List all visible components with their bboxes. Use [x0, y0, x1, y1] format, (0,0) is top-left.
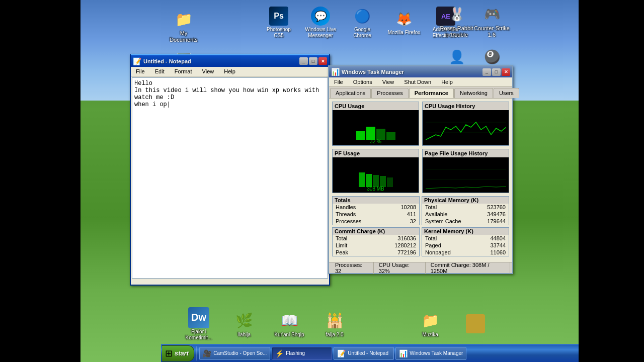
notepad-menu-format[interactable]: Format	[172, 67, 195, 75]
pf-history-panel: Page File Usage History	[422, 149, 509, 193]
status-cpu: CPU Usage: 32%	[375, 262, 426, 274]
taskmanager-statusbar: Processes: 32 CPU Usage: 32% Commit Char…	[329, 262, 512, 273]
phys-available-label: Available	[425, 211, 447, 217]
notepad-window: 📝 Untitled - Notepad _ □ ✕ File Edit For…	[130, 54, 330, 286]
notepad-menu-edit[interactable]: Edit	[152, 67, 168, 75]
desktop-icon-counter-strike[interactable]: 🎮 Counter-Strike 1.6	[473, 4, 511, 38]
taskmanager-minimize-button[interactable]: _	[482, 68, 491, 76]
taskmanager-close-button[interactable]: ✕	[502, 68, 510, 76]
commit-limit-label: Limit	[336, 242, 347, 248]
rosso-rabbit-icon: 🐰	[447, 4, 467, 24]
camstudio-taskbar-label: CamStudio - Open So...	[213, 350, 267, 356]
taskbar-item-flashing[interactable]: ⚡ Flashing	[272, 347, 332, 360]
notepad-text-area[interactable]: Hello In this video i will show you how …	[132, 77, 328, 279]
svg-rect-0	[426, 112, 506, 143]
tab-processes[interactable]: Processes	[371, 88, 408, 98]
taskmanager-menu-options[interactable]: Options	[350, 78, 375, 86]
kurani-icon: 📖	[279, 310, 300, 331]
notepad-menu-file[interactable]: File	[133, 67, 148, 75]
totals-group: Totals Handles 10208 Threads 411 Process…	[332, 196, 420, 225]
desktop-icon-kurani[interactable]: 📖 Kur'ani Shqip	[272, 310, 307, 338]
svg-rect-3	[426, 159, 506, 191]
kernel-memory-group: Kernel Memory (K) Total 44804 Paged 3374…	[422, 227, 509, 256]
kernel-paged-row: Paged 33744	[422, 242, 509, 249]
desktop-icon-firefox[interactable]: 🦊 Mozilla Firefox	[387, 10, 421, 36]
phys-syscache-label: System Cache	[425, 218, 461, 224]
cpu-usage-value: 32 %	[333, 139, 419, 144]
tab-networking[interactable]: Networking	[454, 88, 493, 98]
ilahija-label: Ilahija	[237, 332, 251, 338]
processes-label: Processes	[336, 218, 361, 224]
firefox-label: Mozilla Firefox	[388, 30, 420, 36]
desktop-icon-ilahija[interactable]: 🌿 Ilahija	[226, 310, 262, 338]
desktop-icon-wlm[interactable]: 💬 Windows Live Messenger	[303, 7, 338, 39]
pf-usage-graph: 308 MB	[333, 157, 419, 193]
muzika-icon: 📁	[420, 310, 441, 331]
desktop-icon-chrome[interactable]: 🔵 Google Chrome	[345, 7, 379, 39]
taskmanager-taskbar-label: Windows Task Manager	[410, 350, 463, 356]
cpu-history-svg	[426, 112, 506, 143]
tab-users[interactable]: Users	[494, 88, 519, 98]
commit-peak-value: 772196	[397, 249, 416, 255]
handles-label: Handles	[336, 204, 356, 210]
taskmanager-stats: Totals Handles 10208 Threads 411 Process…	[332, 196, 509, 256]
kernel-total-label: Total	[425, 235, 437, 241]
handles-value: 10208	[400, 204, 416, 210]
ddd-pool-icon: 🎱	[482, 47, 502, 67]
taskbar-item-camstudio[interactable]: 🎥 CamStudio - Open So...	[199, 347, 270, 360]
ilahija-icon: 🌿	[233, 310, 255, 331]
my-documents-icon: 📁	[174, 9, 194, 29]
notepad-maximize-button[interactable]: □	[309, 57, 317, 65]
notepad-menu-view[interactable]: View	[199, 67, 217, 75]
desktop-icon-rosso-rabbit[interactable]: 🐰 Rosso Rabbit in trouble	[438, 4, 475, 38]
status-commit: Commit Charge: 308M / 1250M	[427, 262, 510, 274]
notepad-taskbar-icon: 📝	[337, 349, 346, 357]
tab-performance[interactable]: Performance	[409, 88, 454, 98]
chrome-label: Google Chrome	[345, 27, 379, 39]
chrome-icon: 🔵	[353, 7, 372, 26]
taskmanager-menu-file[interactable]: File	[331, 78, 346, 86]
firefox-icon: 🦊	[394, 10, 414, 29]
phys-available-row: Available 349476	[422, 211, 509, 218]
threads-label: Threads	[336, 211, 356, 217]
taskbar-divider	[196, 346, 197, 360]
pf-history-title: Page File Usage History	[423, 149, 509, 157]
taskmanager-menu-help[interactable]: Help	[438, 78, 456, 86]
commit-limit-row: Limit 1280212	[333, 242, 419, 249]
taskmanager-maximize-button[interactable]: □	[492, 68, 501, 76]
taskbar-item-taskmanager[interactable]: 📊 Windows Task Manager	[395, 347, 466, 360]
my-documents-label: My Documents	[166, 30, 201, 43]
taskmanager-menu-view[interactable]: View	[379, 78, 397, 86]
notepad-taskbar-label: Untitled - Notepad	[348, 350, 388, 356]
desktop-icon-muzika[interactable]: 📁 Muzika	[413, 310, 448, 338]
tab-applications[interactable]: Applications	[330, 88, 371, 98]
desktop-icon-falja[interactable]: 🕌 falja 2.0	[317, 310, 352, 338]
taskbar-item-notepad[interactable]: 📝 Untitled - Notepad	[334, 347, 394, 360]
desktop-icon-unknown[interactable]	[458, 314, 493, 334]
kernel-memory-title: Kernel Memory (K)	[422, 228, 509, 235]
processes-row: Processes 32	[333, 218, 419, 225]
wlm-icon: 💬	[311, 7, 330, 26]
desktop-icon-fjalor[interactable]: Dw Fjalor i Kometimit...	[181, 307, 216, 341]
flashing-taskbar-icon: ⚡	[275, 349, 284, 357]
kernel-total-row: Total 44804	[422, 235, 509, 242]
counter-strike-icon: 🎮	[482, 4, 502, 24]
photoshop-label: Photoshop CS5	[262, 27, 296, 39]
start-button[interactable]: ⊞ start	[162, 345, 194, 361]
desktop-icon-photoshop[interactable]: Ps Photoshop CS5	[262, 7, 296, 39]
commit-charge-title: Commit Charge (K)	[333, 228, 419, 235]
notepad-close-button[interactable]: ✕	[318, 57, 327, 65]
notepad-menu-help[interactable]: Help	[221, 67, 238, 75]
muzika-label: Muzika	[422, 332, 438, 338]
taskmanager-window-icon: 📊	[331, 68, 340, 76]
falja-icon: 🕌	[324, 310, 345, 331]
commit-charge-group: Commit Charge (K) Total 316036 Limit 128…	[332, 227, 420, 256]
taskbar: ⊞ start 🎥 CamStudio - Open So... ⚡ Flash…	[161, 344, 644, 362]
notepad-minimize-button[interactable]: _	[299, 57, 308, 65]
taskmanager-titlebar: 📊 Windows Task Manager _ □ ✕	[329, 66, 512, 77]
desktop-icon-my-documents[interactable]: 📁 My Documents	[166, 9, 201, 43]
kernel-paged-value: 33744	[490, 242, 506, 248]
kernel-nonpaged-value: 11060	[490, 249, 506, 255]
kernel-paged-label: Paged	[425, 242, 441, 248]
taskmanager-menu-shutdown[interactable]: Shut Down	[401, 78, 434, 86]
